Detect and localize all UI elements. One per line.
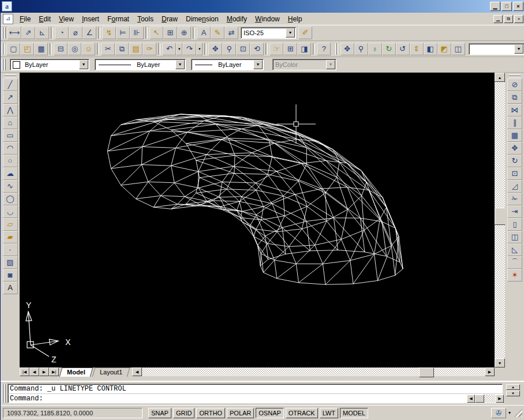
aligned-dimension-button[interactable]: ⇗ (21, 27, 35, 39)
dim-style-combo-arrow[interactable]: ▼ (286, 28, 295, 38)
trim-button[interactable]: ✁ (507, 193, 522, 205)
copy-button[interactable]: ⧉ (115, 43, 129, 55)
dimension-edit-button[interactable]: ✎ (211, 27, 224, 39)
quick-dimension-button[interactable]: ↯ (102, 27, 116, 39)
ordinate-dimension-button[interactable]: ⊾ (35, 27, 49, 39)
title-bar[interactable]: a ▁ □ × (1, 0, 524, 13)
color-combo-arrow[interactable]: ▼ (79, 60, 88, 69)
move-button[interactable]: ✥ (507, 142, 522, 155)
linetype-control-combo[interactable]: ByLayer ▼ (95, 59, 186, 70)
menu-insert[interactable]: Insert (78, 14, 103, 24)
tab-model[interactable]: Model (59, 367, 93, 377)
make-block-button[interactable]: ▰ (3, 231, 18, 243)
menu-window[interactable]: Window (251, 14, 284, 24)
quick-leader-button[interactable]: ↖ (149, 27, 163, 39)
explode-button[interactable]: ✶ (507, 269, 522, 282)
status-toggle-otrack[interactable]: OTRACK (286, 408, 318, 418)
maximize-button[interactable]: □ (501, 2, 512, 11)
plot-preview-button[interactable]: ◎ (68, 43, 81, 55)
menu-help[interactable]: Help (284, 14, 306, 24)
hscroll-right-button[interactable]: ▶ (485, 367, 495, 376)
menu-draw[interactable]: Draw (158, 14, 182, 24)
status-toggle-grid[interactable]: GRID (173, 408, 195, 418)
stretch-button[interactable]: ◿ (507, 180, 522, 193)
tab-layout1[interactable]: Layout1 (92, 367, 130, 377)
horizontal-scroll-track[interactable] (142, 367, 485, 376)
close-button[interactable]: × (513, 2, 523, 11)
minimize-button[interactable]: ▁ (490, 2, 500, 11)
menu-modify[interactable]: Modify (223, 14, 251, 24)
color-control-combo[interactable]: ByLayer ▼ (10, 59, 89, 70)
multiline-text-button[interactable]: A (3, 282, 18, 294)
polygon-button[interactable]: ⌂ (3, 117, 18, 129)
break-button[interactable]: ◫ (507, 231, 522, 243)
menu-view[interactable]: View (55, 14, 78, 24)
command-scroll-right-button[interactable]: ▶ (496, 395, 504, 403)
child-minimize-button[interactable]: ▁ (493, 15, 503, 23)
command-scroll-up-button[interactable]: ▲ (506, 384, 520, 390)
line-button[interactable]: ╱ (3, 78, 18, 91)
next-tab-button[interactable]: ▶ (39, 367, 49, 376)
command-scroll-left-button[interactable]: ◀ (467, 395, 475, 403)
pan-realtime-3d-button[interactable]: ✥ (340, 43, 354, 55)
array-button[interactable]: ▦ (507, 129, 522, 142)
arc-button[interactable]: ◠ (3, 142, 18, 155)
extend-button[interactable]: ⇥ (507, 205, 522, 218)
offset-button[interactable]: ∥ (507, 117, 522, 129)
command-input-line[interactable]: Command: (8, 393, 502, 403)
shade-button[interactable]: ◩ (437, 43, 451, 55)
status-toggle-polar[interactable]: POLAR (227, 408, 254, 418)
erase-button[interactable]: ⊘ (507, 78, 522, 91)
rectangle-button[interactable]: ▭ (3, 129, 18, 142)
command-window-grip[interactable] (2, 384, 6, 403)
angular-dimension-button[interactable]: ∠ (83, 27, 96, 39)
horizontal-scroll-thumb[interactable] (419, 367, 434, 377)
spline-button[interactable]: ∿ (3, 180, 18, 193)
open-file-button[interactable]: ◰ (20, 43, 34, 55)
help-button[interactable]: ? (317, 43, 331, 55)
ellipse-arc-button[interactable]: ◡ (3, 205, 18, 218)
insert-block-button[interactable]: ▱ (3, 218, 18, 231)
drawing-file-icon[interactable]: ⊿ (3, 14, 13, 24)
autocad-app-icon[interactable]: a (2, 1, 12, 12)
redo-button[interactable]: ↷ (182, 43, 196, 55)
toolbar-grip[interactable] (2, 59, 6, 70)
scroll-down-button[interactable]: ▼ (495, 358, 505, 367)
lineweight-combo-arrow[interactable]: ▼ (253, 60, 263, 69)
menu-tools[interactable]: Tools (133, 14, 158, 24)
mirror-button[interactable]: ⋈ (507, 104, 522, 117)
drawing-canvas[interactable]: XYZ (20, 73, 495, 367)
find-button[interactable]: ☞ (270, 43, 283, 55)
last-tab-button[interactable]: ▶| (49, 367, 59, 376)
hatch-button[interactable]: ▨ (3, 256, 18, 269)
undo-button[interactable]: ↶ (162, 43, 176, 55)
prev-tab-button[interactable]: ◀ (29, 367, 39, 376)
zoom-window-button[interactable]: ⊡ (236, 43, 250, 55)
linetype-combo-arrow[interactable]: ▼ (175, 60, 185, 69)
menu-file[interactable]: File (16, 14, 35, 24)
properties-window-button[interactable]: ◨ (297, 43, 311, 55)
linear-dimension-button[interactable]: ⟷ (8, 27, 21, 39)
save-button[interactable]: ▦ (34, 43, 48, 55)
publish-to-web-button[interactable]: ☺ (81, 43, 95, 55)
dimension-text-edit-button[interactable]: A (197, 27, 211, 39)
3d-orbit-button[interactable]: ♁ (368, 43, 382, 55)
zoom-realtime-button[interactable]: ⚲ (222, 43, 236, 55)
break-at-point-button[interactable]: ▯ (507, 218, 522, 231)
named-views-combo[interactable]: ▼ (469, 43, 524, 55)
first-tab-button[interactable]: |◀ (20, 367, 29, 376)
zoom-realtime-3d-button[interactable]: ⚲ (354, 43, 368, 55)
dimension-update-button[interactable]: ⇄ (224, 27, 238, 39)
toolbar-grip[interactable] (2, 27, 6, 39)
child-restore-button[interactable]: ⧉ (504, 15, 513, 23)
status-toggle-osnap[interactable]: OSNAP (256, 408, 284, 418)
status-toggle-ortho[interactable]: ORTHO (196, 408, 225, 418)
center-mark-button[interactable]: ⊕ (177, 27, 191, 39)
toolbar-grip[interactable] (335, 43, 338, 55)
named-views-combo-arrow[interactable]: ▼ (514, 44, 523, 54)
ellipse-button[interactable]: ◯ (3, 193, 18, 205)
menu-edit[interactable]: Edit (35, 14, 55, 24)
plot-button[interactable]: ⊟ (54, 43, 68, 55)
status-toggle-model[interactable]: MODEL (340, 408, 368, 418)
region-button[interactable]: ◙ (3, 269, 18, 282)
